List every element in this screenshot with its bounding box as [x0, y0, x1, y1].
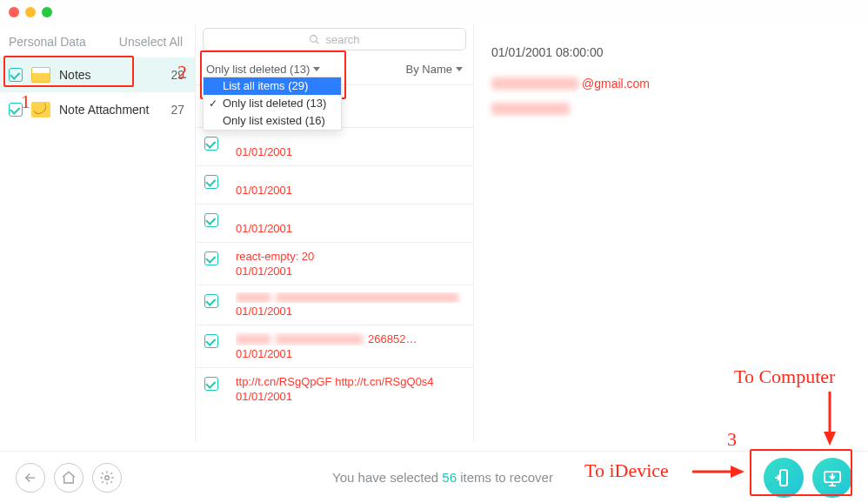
attachment-icon [31, 102, 50, 117]
checkbox-icon[interactable] [204, 377, 218, 391]
redacted-text [491, 103, 851, 117]
search-icon [309, 34, 320, 45]
list-item[interactable]: ttp://t.cn/RSgQpGF http://t.cn/RSgQ0s401… [196, 367, 473, 410]
detail-email: @gmail.com [491, 77, 851, 91]
sidebar-item-count: 27 [170, 103, 184, 117]
checkbox-icon[interactable] [204, 137, 218, 151]
filter-option-deleted[interactable]: Only list deleted (13) [204, 95, 341, 112]
to-device-icon [773, 467, 794, 488]
list-item[interactable]: 01/01/2001 [196, 204, 473, 242]
annotation-arrow [692, 463, 744, 480]
status-text: You have selected 56 items to recover [130, 470, 755, 485]
chevron-down-icon [456, 67, 463, 71]
list-item[interactable]: 266852…01/01/2001 [196, 325, 473, 367]
list-item[interactable]: 01/01/2001 [196, 165, 473, 204]
maximize-window-button[interactable] [42, 7, 52, 17]
annotation-arrow [821, 392, 838, 446]
checkbox-icon[interactable] [204, 252, 218, 265]
filter-option-existed[interactable]: Only list existed (16) [204, 112, 341, 130]
list-item[interactable]: 01/01/2001 [196, 285, 473, 325]
detail-datetime: 01/01/2001 08:00:00 [491, 45, 851, 59]
settings-button[interactable] [92, 463, 122, 493]
svg-point-3 [105, 475, 110, 480]
sidebar-item-note-attachment[interactable]: Note Attachment 27 [0, 92, 195, 127]
checkbox-icon[interactable] [9, 103, 23, 117]
recover-to-computer-button[interactable] [812, 458, 852, 498]
filter-option-all[interactable]: List all items (29) [204, 77, 341, 95]
arrow-left-icon [23, 470, 38, 486]
notes-list: react-empty: 2001/01/2001 01/01/2001 01/… [196, 84, 473, 442]
home-button[interactable] [54, 463, 83, 493]
sidebar-item-count: 29 [170, 68, 184, 82]
search-input[interactable]: search [203, 28, 466, 50]
svg-line-1 [317, 41, 319, 44]
svg-point-0 [310, 35, 317, 42]
recover-to-device-button[interactable] [764, 458, 804, 498]
sidebar: Personal Data Unselect All Notes 29 Note… [0, 24, 196, 442]
checkbox-icon[interactable] [204, 334, 218, 348]
sidebar-item-label: Notes [59, 68, 91, 82]
sort-dropdown-button[interactable]: By Name [406, 63, 463, 76]
sidebar-item-notes[interactable]: Notes 29 [0, 57, 195, 92]
list-item[interactable]: 01/01/2001 [196, 127, 473, 165]
close-window-button[interactable] [9, 7, 19, 17]
to-computer-icon [822, 467, 843, 488]
chevron-down-icon [313, 67, 320, 71]
svg-marker-9 [731, 466, 744, 478]
filter-dropdown-button[interactable]: Only list deleted (13) [206, 63, 320, 76]
notes-icon [31, 67, 50, 83]
checkbox-icon[interactable] [204, 213, 218, 227]
filter-dropdown-menu: List all items (29) Only list deleted (1… [203, 77, 342, 131]
detail-pane: 01/01/2001 08:00:00 @gmail.com [474, 24, 868, 442]
unselect-all-link[interactable]: Unselect All [119, 35, 183, 49]
checkbox-icon[interactable] [9, 68, 23, 82]
sidebar-item-label: Note Attachment [59, 103, 150, 117]
checkbox-icon[interactable] [204, 294, 218, 308]
checkbox-icon[interactable] [204, 175, 218, 189]
gear-icon [99, 470, 115, 486]
items-column: search Only list deleted (13) By Name Li… [196, 24, 474, 442]
list-item[interactable]: react-empty: 2001/01/2001 [196, 242, 473, 285]
home-icon [61, 470, 77, 486]
svg-marker-11 [824, 432, 836, 446]
sidebar-heading: Personal Data [9, 35, 86, 49]
minimize-window-button[interactable] [25, 7, 36, 17]
window-titlebar [0, 0, 868, 24]
redacted-text [491, 77, 578, 90]
back-button[interactable] [16, 463, 45, 493]
